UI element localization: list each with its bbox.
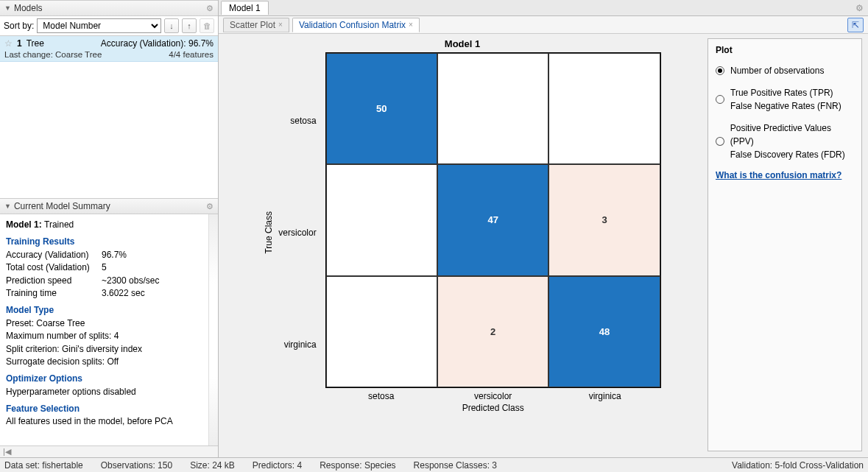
- status-size: Size: 24 kB: [190, 460, 235, 471]
- status-validation: Validation: 5-fold Cross-Validation: [732, 460, 864, 471]
- model-tabs: Model 1 ⚙: [219, 0, 868, 16]
- summary-panel-header[interactable]: ▼ Current Model Summary ⚙: [0, 198, 218, 214]
- close-icon[interactable]: ×: [278, 21, 283, 29]
- model-status: Model 1: Trained: [6, 219, 212, 231]
- star-icon[interactable]: ☆: [4, 38, 13, 49]
- tab-scatter-plot[interactable]: Scatter Plot×: [223, 18, 289, 32]
- confusion-matrix-help-link[interactable]: What is the confusion matrix?: [716, 170, 854, 180]
- sort-row: Sort by: Model Number ↓ ↑ 🗑: [0, 16, 218, 36]
- matrix-cell: [437, 53, 548, 164]
- status-observations: Observations: 150: [101, 460, 172, 471]
- sort-select[interactable]: Model Number: [37, 18, 161, 33]
- tab-model-1[interactable]: Model 1: [221, 1, 269, 15]
- chart-title: Model 1: [445, 38, 480, 49]
- gear-icon[interactable]: ⚙: [855, 3, 864, 13]
- model-type-head: Model Type: [6, 304, 212, 317]
- summary-title: Current Model Summary: [14, 201, 110, 211]
- matrix-cell: 50: [326, 53, 437, 164]
- model-features: 4/4 features: [169, 50, 214, 59]
- sort-up-button[interactable]: ↑: [182, 18, 197, 33]
- radio-icon: [716, 66, 724, 75]
- matrix-cell: 3: [548, 164, 660, 275]
- matrix-cell: 47: [437, 164, 548, 275]
- gear-icon[interactable]: ⚙: [206, 4, 214, 13]
- summary-body: Model 1: Trained Training Results Accura…: [0, 214, 218, 445]
- models-list: ☆ 1 Tree Accuracy (Validation): 96.7% La…: [0, 36, 218, 198]
- x-axis-label: Predicted Class: [325, 403, 661, 413]
- models-panel-header[interactable]: ▼ Models ⚙: [0, 0, 218, 16]
- matrix-cell: 48: [548, 276, 660, 387]
- gear-icon[interactable]: ⚙: [206, 202, 214, 211]
- disclosure-icon: ▼: [4, 202, 11, 210]
- x-tick-labels: setosa versicolor virginica: [325, 388, 661, 401]
- feature-selection-head: Feature Selection: [6, 403, 212, 415]
- model-name: Tree: [27, 38, 96, 49]
- optimizer-head: Optimizer Options: [6, 373, 212, 385]
- status-predictors: Predictors: 4: [253, 460, 302, 471]
- radio-number-of-observations[interactable]: Number of observations: [716, 64, 854, 77]
- radio-ppv-fdr[interactable]: Positive Predictive Values (PPV) False D…: [716, 121, 854, 161]
- plot-tabs: Scatter Plot× Validation Confusion Matri…: [219, 16, 868, 34]
- tab-confusion-matrix[interactable]: Validation Confusion Matrix×: [292, 18, 420, 32]
- footer-nav: |◀: [0, 445, 218, 457]
- model-accuracy-label: Accuracy (Validation): 96.7%: [101, 38, 214, 49]
- matrix-cell: [326, 164, 437, 275]
- status-bar: Data set: fishertable Observations: 150 …: [0, 457, 868, 472]
- scrollbar-thumb[interactable]: [210, 219, 217, 248]
- y-tick-labels: setosa versicolor virginica: [278, 65, 320, 401]
- disclosure-icon: ▼: [4, 4, 11, 12]
- confusion-chart: Model 1 True Class setosa versicolor vir…: [219, 34, 706, 457]
- matrix-cell: [326, 276, 437, 387]
- status-classes: Response Classes: 3: [414, 460, 497, 471]
- status-response: Response: Species: [320, 460, 395, 471]
- export-plot-button[interactable]: ⇱: [847, 18, 864, 32]
- sort-label: Sort by:: [4, 21, 34, 31]
- radio-icon: [716, 95, 724, 104]
- matrix-cell: 2: [437, 276, 548, 387]
- close-icon[interactable]: ×: [409, 21, 413, 29]
- sort-down-button[interactable]: ↓: [164, 18, 179, 33]
- matrix-cell: [548, 53, 660, 164]
- y-axis-label: True Class: [264, 211, 274, 254]
- prev-icon[interactable]: |◀: [3, 447, 11, 457]
- plot-controls: Plot Number of observations True Positiv…: [708, 38, 862, 451]
- model-last-change: Last change: Coarse Tree: [4, 50, 102, 59]
- model-list-item[interactable]: ☆ 1 Tree Accuracy (Validation): 96.7% La…: [0, 36, 218, 62]
- training-results-head: Training Results: [6, 236, 212, 248]
- plot-controls-title: Plot: [716, 45, 854, 55]
- trash-button[interactable]: 🗑: [200, 18, 214, 33]
- model-number: 1: [17, 38, 22, 49]
- confusion-matrix-grid: 50473248: [325, 52, 661, 388]
- models-title: Models: [14, 3, 43, 13]
- radio-icon: [716, 137, 724, 146]
- radio-tpr-fnr[interactable]: True Positive Rates (TPR) False Negative…: [716, 86, 854, 113]
- status-dataset: Data set: fishertable: [4, 460, 83, 471]
